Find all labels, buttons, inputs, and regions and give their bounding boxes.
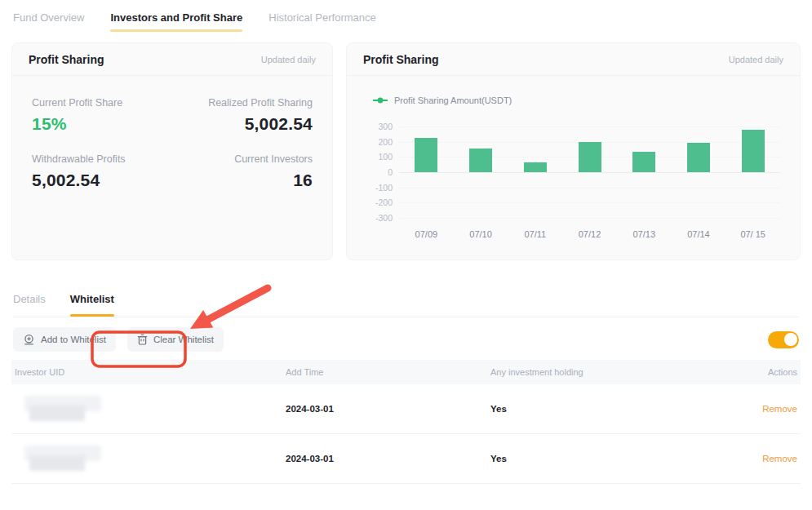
gridline <box>399 126 780 127</box>
legend-label: Profit Sharing Amount(USDT) <box>394 95 512 105</box>
page: Fund Overview Investors and Profit Share… <box>0 0 812 510</box>
withdrawable-profits-value: 5,002.54 <box>32 171 172 190</box>
x-axis-tick: 07/11 <box>508 229 562 239</box>
stat-current-investors: Current Investors 16 <box>172 153 313 190</box>
holding-cell: Yes <box>490 404 699 414</box>
card-title: Profit Sharing <box>363 53 439 66</box>
profit-stats: Current Profit Share 15% Realized Profit… <box>12 76 332 190</box>
detail-tab-bar: Details Whitelist <box>13 293 799 317</box>
gridline <box>399 202 780 203</box>
chart-bar <box>524 162 547 172</box>
chart-bar <box>632 152 655 172</box>
active-tab-underline <box>70 314 114 317</box>
legend-marker-icon <box>373 97 388 104</box>
profit-sharing-summary-card: Profit Sharing Updated daily Current Pro… <box>11 42 333 260</box>
x-axis-tick: 07/ 15 <box>725 229 780 239</box>
add-time-cell: 2024-03-01 <box>286 454 490 463</box>
tab-label: Whitelist <box>70 293 114 305</box>
chart-x-axis: 07/0907/1007/1107/1207/1307/1407/ 15 <box>399 229 780 239</box>
header-investor-uid: Investor UID <box>15 367 286 377</box>
add-time-cell: 2024-03-01 <box>286 404 490 414</box>
y-axis-tick: 200 <box>378 137 393 147</box>
current-investors-value: 16 <box>172 171 313 190</box>
chart-bar <box>579 142 601 172</box>
x-axis-tick: 07/14 <box>672 229 726 239</box>
y-axis-tick: 100 <box>378 152 393 162</box>
chart-bar <box>415 138 437 172</box>
table-header-row: Investor UID Add Time Any investment hol… <box>11 360 801 384</box>
whitelist-toolbar: Add to Whitelist Clear Whitelist <box>13 326 799 353</box>
tab-label: Investors and Profit Share <box>110 11 242 24</box>
add-circle-icon <box>23 334 35 346</box>
current-profit-share-value: 15% <box>32 114 172 134</box>
summary-cards-row: Profit Sharing Updated daily Current Pro… <box>0 32 812 260</box>
tab-whitelist[interactable]: Whitelist <box>70 293 114 317</box>
y-axis-tick: 300 <box>378 122 393 131</box>
button-label: Add to Whitelist <box>41 335 106 344</box>
chart-area: 3002001000-100-200-300 <box>373 126 780 218</box>
tab-fund-overview[interactable]: Fund Overview <box>13 11 84 32</box>
header-investment-holding: Any investment holding <box>490 367 699 377</box>
trash-icon <box>137 334 148 345</box>
gridline <box>399 218 780 219</box>
chart-y-axis: 3002001000-100-200-300 <box>373 126 399 218</box>
updated-daily-label: Updated daily <box>261 55 316 64</box>
remove-button[interactable]: Remove <box>762 404 797 414</box>
tab-historical-performance[interactable]: Historical Performance <box>268 11 376 32</box>
stat-withdrawable-profits: Withdrawable Profits 5,002.54 <box>32 153 172 190</box>
toggle-knob <box>784 333 797 346</box>
y-axis-tick: -300 <box>375 213 393 223</box>
realized-profit-sharing-value: 5,002.54 <box>172 114 313 134</box>
card-title: Profit Sharing <box>29 53 104 66</box>
x-axis-tick: 07/09 <box>399 229 454 239</box>
card-header: Profit Sharing Updated daily <box>12 43 332 76</box>
clear-whitelist-button[interactable]: Clear Whitelist <box>127 327 224 352</box>
header-add-time: Add Time <box>286 367 490 377</box>
gridline <box>399 188 780 188</box>
y-axis-tick: -200 <box>375 197 393 207</box>
top-tab-bar: Fund Overview Investors and Profit Share… <box>0 0 812 32</box>
table-row: 2024-03-01 Yes Remove <box>11 434 801 484</box>
x-axis-tick: 07/13 <box>617 229 672 239</box>
stat-current-profit-share: Current Profit Share 15% <box>32 97 172 134</box>
investor-uid-redacted <box>15 445 113 472</box>
x-axis-tick: 07/10 <box>454 229 508 239</box>
active-tab-underline <box>110 29 242 32</box>
header-actions: Actions <box>699 367 797 377</box>
chart-bar <box>687 143 710 172</box>
card-header: Profit Sharing Updated daily <box>347 43 800 76</box>
table-row: 2024-03-01 Yes Remove <box>11 384 801 434</box>
chart-bar <box>742 130 765 172</box>
whitelist-toggle[interactable] <box>768 331 799 348</box>
gridline <box>399 172 780 173</box>
updated-daily-label: Updated daily <box>729 55 783 64</box>
chart-legend[interactable]: Profit Sharing Amount(USDT) <box>373 95 780 105</box>
remove-button[interactable]: Remove <box>762 454 797 463</box>
chart-plot <box>399 126 780 218</box>
tab-investors-and-profit-share[interactable]: Investors and Profit Share <box>110 11 242 32</box>
stat-realized-profit-sharing: Realized Profit Sharing 5,002.54 <box>172 97 313 134</box>
holding-cell: Yes <box>490 454 699 463</box>
tab-details[interactable]: Details <box>13 293 46 317</box>
y-axis-tick: -100 <box>375 183 393 193</box>
profit-sharing-chart: Profit Sharing Amount(USDT) 3002001000-1… <box>347 76 800 239</box>
profit-sharing-chart-card: Profit Sharing Updated daily Profit Shar… <box>346 42 801 260</box>
button-label: Clear Whitelist <box>153 335 214 344</box>
chart-bar <box>469 149 492 172</box>
whitelist-table: Investor UID Add Time Any investment hol… <box>11 360 801 484</box>
x-axis-tick: 07/12 <box>562 229 617 239</box>
y-axis-tick: 0 <box>388 167 393 177</box>
investor-uid-redacted <box>15 395 113 423</box>
add-to-whitelist-button[interactable]: Add to Whitelist <box>13 327 116 352</box>
